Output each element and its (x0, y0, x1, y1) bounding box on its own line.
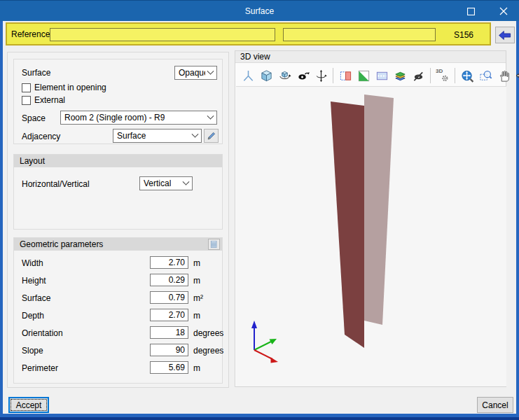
param-unit: m (193, 276, 200, 286)
geometric-parameters-group: Geometric parameters Width m Height m Su… (13, 237, 223, 384)
axes-origin-icon[interactable] (240, 67, 256, 84)
chevron-down-icon (183, 178, 190, 185)
3d-view-header: 3D view (235, 51, 506, 63)
calculator-grid-icon (209, 240, 219, 249)
orbit-view-icon[interactable] (276, 67, 293, 84)
reference-code: S156 (443, 30, 485, 40)
param-label: Surface (22, 293, 50, 303)
hide-elements-icon[interactable] (410, 67, 427, 84)
zoom-window-icon[interactable] (477, 67, 494, 84)
horizontal-vertical-select[interactable]: Vertical (139, 176, 193, 190)
reference-input-2[interactable] (283, 28, 436, 41)
param-label: Orientation (22, 328, 63, 338)
param-label: Slope (22, 346, 43, 356)
external-checkbox[interactable]: External (22, 95, 65, 105)
external-label: External (34, 95, 65, 105)
slope-input[interactable] (150, 344, 188, 356)
toolbar-separator (333, 68, 333, 83)
toolbar-separator (455, 68, 455, 83)
pencil-icon (206, 130, 217, 141)
surface-panel-dark (331, 102, 364, 348)
layout-group-header: Layout (14, 155, 222, 167)
axis-x-arrow (271, 358, 279, 363)
surface-dialog: Surface Reference S156 Surface Opaque (0, 0, 519, 420)
param-label: Height (22, 276, 46, 286)
window-border-left (0, 21, 3, 417)
chevron-down-icon (207, 112, 214, 119)
param-unit: degrees (193, 328, 223, 338)
space-label: Space (22, 113, 46, 123)
close-icon (499, 7, 508, 15)
adjacency-edit-button[interactable] (204, 129, 219, 143)
checkbox-box (22, 96, 31, 105)
back-button[interactable] (495, 27, 515, 43)
surface-group: Surface Opaque Element in opening Extern… (13, 59, 223, 144)
transparency-mode-icon[interactable] (373, 67, 390, 84)
horizontal-vertical-label: Horizontal/Vertical (22, 179, 90, 189)
perimeter-input[interactable] (150, 361, 188, 374)
titlebar: Surface (0, 0, 519, 21)
space-select[interactable]: Room 2 (Single room) - R9 (60, 111, 217, 125)
adjacency-select[interactable]: Surface (113, 129, 202, 143)
orientation-input[interactable] (150, 326, 188, 339)
chevron-down-icon (192, 130, 199, 137)
depth-input[interactable] (150, 309, 188, 321)
param-label: Width (22, 258, 43, 268)
param-unit: m (193, 258, 200, 268)
height-input[interactable] (150, 274, 188, 286)
axis-z-arrow (251, 321, 257, 328)
checkbox-box (22, 83, 31, 92)
layers-icon[interactable] (392, 67, 408, 84)
chevron-down-icon (207, 67, 214, 74)
axis-gizmo (251, 321, 278, 363)
element-in-opening-checkbox[interactable]: Element in opening (22, 83, 106, 92)
element-in-opening-label: Element in opening (34, 83, 106, 92)
3d-viewport[interactable] (236, 86, 506, 386)
3d-scene (236, 87, 506, 387)
3d-toolbar: 3D (240, 66, 519, 85)
param-label: Depth (22, 311, 44, 321)
back-arrow-icon (497, 29, 513, 41)
rotate-around-axis-icon[interactable] (312, 67, 329, 84)
maximize-icon (467, 8, 475, 15)
surface-type-label: Surface (22, 68, 50, 78)
param-unit: m (193, 363, 200, 373)
window-title: Surface (0, 6, 519, 16)
zoom-extents-icon[interactable] (459, 67, 476, 84)
surface-panel-light (364, 94, 394, 325)
reference-banner: Reference S156 (6, 22, 491, 46)
maximize-button[interactable] (455, 1, 487, 22)
param-unit: m² (193, 293, 203, 303)
pan-hand-icon[interactable] (495, 67, 512, 84)
window-border-bottom-dark (0, 417, 519, 420)
accept-button[interactable]: Accept (8, 397, 49, 413)
layout-group: Layout Horizontal/Vertical Vertical (13, 154, 223, 230)
reference-label: Reference (11, 29, 50, 39)
toolbar-separator (430, 68, 431, 83)
width-input[interactable] (150, 256, 188, 269)
geometric-parameters-header: Geometric parameters (14, 238, 222, 251)
camera-look-icon[interactable] (294, 67, 311, 84)
surface-type-select[interactable]: Opaque (174, 66, 217, 80)
param-unit: m (193, 311, 200, 321)
section-view-icon[interactable] (337, 67, 354, 84)
properties-panel: Surface Opaque Element in opening Extern… (7, 52, 229, 388)
param-label: Perimeter (22, 363, 58, 373)
3d-view-panel: 3D view (235, 50, 506, 387)
adjacency-label: Adjacency (22, 132, 60, 141)
move-view-icon[interactable] (513, 67, 519, 84)
close-button[interactable] (487, 1, 519, 22)
3d-settings-icon[interactable]: 3D (434, 67, 451, 84)
isometric-view-icon[interactable] (258, 67, 275, 84)
surface-area-input[interactable] (150, 291, 188, 304)
reference-input-1[interactable] (50, 28, 275, 41)
cancel-button[interactable]: Cancel (477, 397, 513, 413)
shading-mode-icon[interactable] (355, 67, 372, 84)
param-unit: degrees (193, 346, 223, 356)
recalculate-button[interactable] (208, 239, 220, 250)
